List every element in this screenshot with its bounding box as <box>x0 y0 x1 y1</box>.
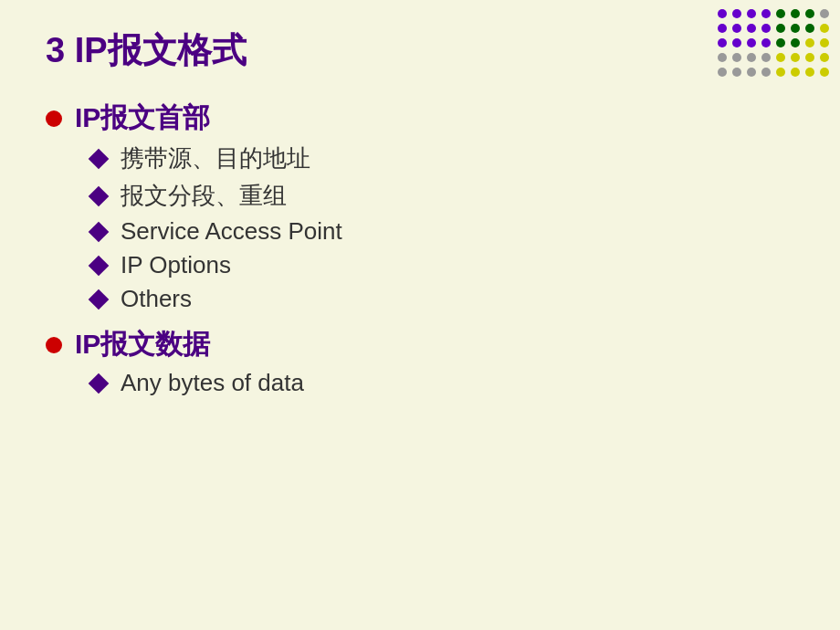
main-list: IP报文首部携带源、目的地址报文分段、重组Service Access Poin… <box>46 100 794 397</box>
diamond-bullet-icon <box>89 185 110 206</box>
sub-item-text: 报文分段、重组 <box>121 180 287 212</box>
dot <box>805 24 814 33</box>
dot <box>820 9 829 18</box>
dot <box>805 53 814 62</box>
dot <box>732 53 741 62</box>
sub-item-text: 携带源、目的地址 <box>121 142 310 174</box>
dot <box>805 38 814 47</box>
sub-list: Any bytes of data <box>46 369 794 397</box>
dot <box>791 24 800 33</box>
slide-title: 3 IP报文格式 <box>46 27 794 74</box>
dot <box>776 9 785 18</box>
dot <box>820 53 829 62</box>
dot <box>791 53 800 62</box>
sub-list: 携带源、目的地址报文分段、重组Service Access PointIP Op… <box>46 142 794 313</box>
dot <box>718 38 727 47</box>
dot <box>747 68 756 77</box>
dot <box>805 9 814 18</box>
sub-list-item: IP Options <box>91 251 794 279</box>
main-item-label: IP报文数据 <box>46 326 794 363</box>
dot <box>820 68 829 77</box>
dot <box>761 53 771 62</box>
dot <box>761 68 771 77</box>
sub-list-item: 报文分段、重组 <box>91 180 794 212</box>
red-bullet-icon <box>46 110 62 127</box>
dot <box>761 38 771 47</box>
sub-item-text: IP Options <box>121 251 231 279</box>
dot <box>805 68 814 77</box>
diamond-bullet-icon <box>89 373 110 394</box>
main-list-item: IP报文首部携带源、目的地址报文分段、重组Service Access Poin… <box>46 100 794 313</box>
dot <box>732 68 741 77</box>
dot <box>718 9 727 18</box>
dot <box>776 68 785 77</box>
dot <box>776 53 785 62</box>
dot <box>732 24 741 33</box>
slide: 3 IP报文格式 IP报文首部携带源、目的地址报文分段、重组Service Ac… <box>0 0 840 630</box>
sub-list-item: Service Access Point <box>91 217 794 246</box>
diamond-bullet-icon <box>89 148 110 169</box>
diamond-bullet-icon <box>89 221 110 242</box>
dot <box>747 24 756 33</box>
sub-list-item: 携带源、目的地址 <box>91 142 794 174</box>
main-item-text: IP报文数据 <box>75 326 210 363</box>
dot <box>732 38 741 47</box>
sub-item-text: Service Access Point <box>121 217 342 246</box>
dot <box>732 9 741 18</box>
sub-item-text: Others <box>121 285 192 313</box>
sub-list-item: Others <box>91 285 794 313</box>
sub-item-text: Any bytes of data <box>121 369 304 397</box>
dot <box>747 53 756 62</box>
dot <box>776 24 785 33</box>
dot <box>761 9 771 18</box>
dot <box>718 53 727 62</box>
main-item-label: IP报文首部 <box>46 100 794 137</box>
dot <box>718 24 727 33</box>
main-list-item: IP报文数据Any bytes of data <box>46 326 794 397</box>
dot <box>776 38 785 47</box>
dot <box>791 9 800 18</box>
diamond-bullet-icon <box>89 255 110 276</box>
dot <box>718 68 727 77</box>
sub-list-item: Any bytes of data <box>91 369 794 397</box>
dot <box>747 38 756 47</box>
main-item-text: IP报文首部 <box>75 100 210 137</box>
dot <box>761 24 771 33</box>
dot <box>820 24 829 33</box>
dot <box>791 38 800 47</box>
dot <box>791 68 800 77</box>
diamond-bullet-icon <box>89 289 110 310</box>
dot <box>820 38 829 47</box>
red-bullet-icon <box>46 337 62 353</box>
dot <box>747 9 756 18</box>
dot-grid-decoration <box>718 9 831 79</box>
